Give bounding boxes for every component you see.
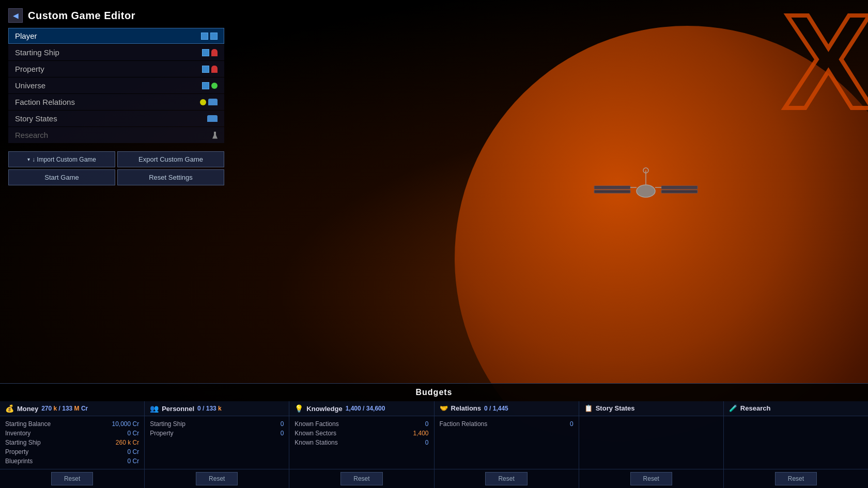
budget-col-money: 💰 Money 270 k / 133 M Cr	[0, 401, 145, 416]
svg-rect-5	[661, 190, 698, 193]
detail-value: 260 k Cr	[116, 439, 139, 446]
export-button[interactable]: Export Custom Game	[117, 151, 224, 167]
budget-col-story-states: 📋 Story States	[579, 401, 724, 416]
nav-icons-faction-relations	[200, 99, 218, 105]
research-icon: 🧪	[729, 404, 737, 412]
knowledge-label: Knowledge	[306, 405, 342, 413]
detail-value: 0	[281, 430, 284, 437]
reset-relations-button[interactable]: Reset	[485, 472, 527, 485]
detail-known-stations: Known Stations 0	[295, 438, 428, 447]
detail-value: 1,400	[413, 430, 428, 437]
relations-icon: 🤝	[440, 404, 448, 412]
detail-inventory: Inventory 0 Cr	[5, 429, 139, 438]
personnel-icon: 👥	[150, 404, 159, 413]
budget-col-personnel: 👥 Personnel 0 / 133 k	[145, 401, 289, 416]
detail-label: Starting Ship	[5, 439, 41, 446]
export-label: Export Custom Game	[138, 155, 203, 163]
red-person-icon-ship	[211, 49, 218, 56]
detail-value: 0	[425, 420, 429, 428]
nav-icons-research	[212, 132, 218, 139]
flask-icon	[212, 132, 218, 139]
nav-item-universe[interactable]: Universe	[8, 77, 224, 93]
detail-known-factions: Known Factions 0	[295, 419, 428, 429]
edit-icon-1	[201, 33, 208, 40]
chevron-down-icon: ▾	[27, 156, 30, 162]
detail-value: 0	[425, 439, 429, 446]
back-button[interactable]: ◀	[8, 8, 23, 23]
nav-icons-property	[202, 66, 218, 73]
action-buttons-row1: ▾ ↓ Import Custom Game Export Custom Gam…	[8, 151, 224, 167]
detail-value: 0	[570, 420, 574, 428]
nav-label-property: Property	[15, 65, 202, 73]
import-label: ↓ Import Custom Game	[32, 156, 96, 163]
left-panel: ◀ Custom Game Editor Player Starting Shi…	[0, 0, 233, 196]
nav-label-story-states: Story States	[15, 114, 207, 123]
reset-story-states-button[interactable]: Reset	[630, 472, 672, 485]
red-person-icon-property	[211, 66, 218, 73]
detail-label: Known Stations	[295, 439, 337, 446]
reset-col-research: Reset	[724, 469, 868, 488]
nav-item-starting-ship[interactable]: Starting Ship	[8, 44, 224, 60]
story-states-label: Story States	[596, 404, 635, 412]
detail-starting-ship-money: Starting Ship 260 k Cr	[5, 438, 139, 447]
blue-people-icon	[208, 99, 218, 105]
start-game-label: Start Game	[44, 174, 79, 181]
detail-label: Blueprints	[5, 458, 33, 465]
detail-label: Known Sectors	[295, 430, 336, 437]
edit-icon-property	[202, 66, 209, 73]
detail-starting-ship-personnel: Starting Ship 0	[150, 419, 284, 429]
svg-rect-2	[594, 190, 630, 193]
reset-col-story-states: Reset	[579, 469, 724, 488]
budget-col-knowledge: 💡 Knowledge 1,400 / 34,600	[289, 401, 434, 416]
nav-icons-player	[201, 33, 218, 40]
budget-detail-personnel: Starting Ship 0 Property 0	[145, 416, 289, 469]
budgets-header-row: 💰 Money 270 k / 133 M Cr 👥 Personnel 0 /…	[0, 401, 868, 416]
yellow-dot-icon	[200, 99, 206, 105]
research-header-label: Research	[740, 404, 771, 412]
relations-label: Relations	[451, 404, 482, 412]
nav-label-universe: Universe	[15, 81, 202, 90]
detail-faction-relations: Faction Relations 0	[440, 419, 574, 429]
detail-label: Inventory	[5, 430, 30, 437]
budget-detail-relations: Faction Relations 0	[435, 416, 579, 469]
detail-label: Starting Balance	[5, 420, 51, 428]
reset-col-knowledge: Reset	[289, 469, 434, 488]
editor-title: Custom Game Editor	[28, 10, 135, 22]
nav-item-research: Research	[8, 127, 224, 143]
budget-details-row: Starting Balance 10,000 Cr Inventory 0 C…	[0, 416, 868, 469]
green-dot-icon-universe	[211, 83, 218, 89]
reset-knowledge-button[interactable]: Reset	[340, 472, 382, 485]
x-logo	[713, 0, 868, 145]
detail-starting-balance: Starting Balance 10,000 Cr	[5, 419, 139, 429]
reset-research-button[interactable]: Reset	[775, 472, 817, 485]
detail-label: Property	[5, 448, 28, 455]
knowledge-value: 1,400 / 34,600	[346, 405, 385, 412]
personnel-label: Personnel	[162, 405, 194, 413]
reset-col-relations: Reset	[435, 469, 579, 488]
edit-icon-universe	[202, 82, 209, 89]
reset-personnel-button[interactable]: Reset	[196, 472, 238, 485]
reset-money-button[interactable]: Reset	[51, 472, 93, 485]
budget-detail-knowledge: Known Factions 0 Known Sectors 1,400 Kno…	[289, 416, 434, 469]
reset-settings-label: Reset Settings	[149, 174, 193, 181]
detail-blueprints: Blueprints 0 Cr	[5, 456, 139, 466]
nav-icons-starting-ship	[202, 49, 218, 56]
knowledge-icon: 💡	[295, 404, 303, 413]
svg-point-0	[637, 185, 655, 197]
nav-item-faction-relations[interactable]: Faction Relations	[8, 94, 224, 110]
money-value: 270 k / 133 M Cr	[41, 405, 88, 412]
nav-item-player[interactable]: Player	[8, 28, 224, 44]
satellite-graphic	[589, 145, 703, 240]
start-game-button[interactable]: Start Game	[8, 169, 115, 185]
nav-item-property[interactable]: Property	[8, 61, 224, 77]
budget-col-research: 🧪 Research	[724, 401, 868, 416]
nav-icons-universe	[202, 82, 218, 89]
detail-value: 10,000 Cr	[112, 420, 139, 428]
reset-settings-button[interactable]: Reset Settings	[117, 169, 224, 185]
nav-item-story-states[interactable]: Story States	[8, 111, 224, 127]
detail-label: Known Factions	[295, 420, 338, 428]
detail-value: 0 Cr	[128, 458, 140, 465]
reset-col-money: Reset	[0, 469, 145, 488]
import-button[interactable]: ▾ ↓ Import Custom Game	[8, 151, 115, 167]
nav-label-faction-relations: Faction Relations	[15, 98, 200, 106]
